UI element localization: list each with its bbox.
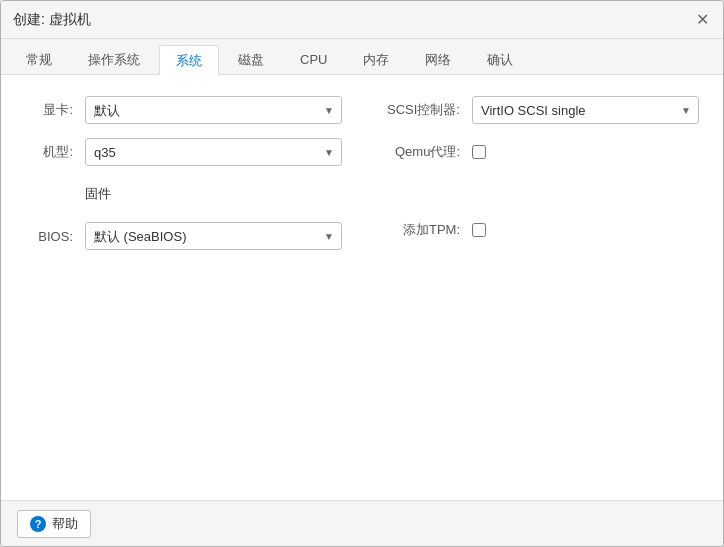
- firmware-heading: 固件: [85, 181, 111, 207]
- scsi-row: SCSI控制器: VirtIO SCSI single ▼: [382, 95, 699, 125]
- machine-type-select[interactable]: q35: [85, 138, 342, 166]
- display-card-select[interactable]: 默认: [85, 96, 342, 124]
- display-card-select-wrapper: 默认 ▼: [85, 96, 342, 124]
- scsi-select-wrapper: VirtIO SCSI single ▼: [472, 96, 699, 124]
- scsi-select[interactable]: VirtIO SCSI single: [472, 96, 699, 124]
- form-section: 显卡: 默认 ▼ 机型: q35 ▼: [25, 95, 699, 251]
- qemu-checkbox-wrapper: [472, 145, 486, 159]
- footer: ? 帮助: [1, 500, 723, 546]
- machine-type-label: 机型:: [25, 143, 85, 161]
- tpm-row: 添加TPM:: [382, 215, 699, 245]
- help-button[interactable]: ? 帮助: [17, 510, 91, 538]
- tpm-checkbox[interactable]: [472, 223, 486, 237]
- scsi-label: SCSI控制器:: [382, 101, 472, 119]
- help-label: 帮助: [52, 515, 78, 533]
- tab-bar: 常规 操作系统 系统 磁盘 CPU 内存 网络 确认: [1, 39, 723, 75]
- qemu-checkbox[interactable]: [472, 145, 486, 159]
- left-column: 显卡: 默认 ▼ 机型: q35 ▼: [25, 95, 342, 251]
- tab-disk[interactable]: 磁盘: [221, 44, 281, 74]
- dialog-title: 创建: 虚拟机: [13, 11, 91, 29]
- bios-row: BIOS: 默认 (SeaBIOS) ▼: [25, 221, 342, 251]
- machine-type-row: 机型: q35 ▼: [25, 137, 342, 167]
- qemu-label: Qemu代理:: [382, 143, 472, 161]
- display-card-label: 显卡:: [25, 101, 85, 119]
- bios-select-wrapper: 默认 (SeaBIOS) ▼: [85, 222, 342, 250]
- create-vm-dialog: 创建: 虚拟机 ✕ 常规 操作系统 系统 磁盘 CPU 内存 网络 确认: [0, 0, 724, 547]
- tpm-label: 添加TPM:: [382, 221, 472, 239]
- display-card-row: 显卡: 默认 ▼: [25, 95, 342, 125]
- tab-network[interactable]: 网络: [408, 44, 468, 74]
- bios-label: BIOS:: [25, 229, 85, 244]
- form-content: 显卡: 默认 ▼ 机型: q35 ▼: [1, 75, 723, 500]
- close-button[interactable]: ✕: [693, 11, 711, 29]
- tab-os[interactable]: 操作系统: [71, 44, 157, 74]
- tab-system[interactable]: 系统: [159, 45, 219, 75]
- firmware-heading-row: 固件: [25, 179, 342, 209]
- right-column: SCSI控制器: VirtIO SCSI single ▼ Qemu代理:: [382, 95, 699, 251]
- tab-memory[interactable]: 内存: [346, 44, 406, 74]
- tpm-checkbox-wrapper: [472, 223, 486, 237]
- tab-general[interactable]: 常规: [9, 44, 69, 74]
- bios-select[interactable]: 默认 (SeaBIOS): [85, 222, 342, 250]
- title-bar: 创建: 虚拟机 ✕: [1, 1, 723, 39]
- machine-type-select-wrapper: q35 ▼: [85, 138, 342, 166]
- help-icon: ?: [30, 516, 46, 532]
- close-icon: ✕: [696, 10, 709, 29]
- tab-confirm[interactable]: 确认: [470, 44, 530, 74]
- qemu-row: Qemu代理:: [382, 137, 699, 167]
- tab-cpu[interactable]: CPU: [283, 44, 344, 74]
